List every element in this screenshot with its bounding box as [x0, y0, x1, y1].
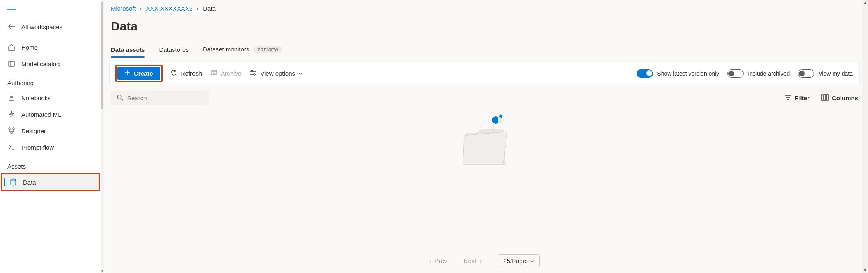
catalog-icon [7, 60, 16, 68]
sidebar-item-automated-ml[interactable]: Automated ML [0, 106, 101, 123]
view-options-button[interactable]: View options [250, 69, 302, 78]
sidebar-item-all-workspaces[interactable]: All workspaces [0, 19, 101, 35]
plus-icon [125, 70, 131, 77]
main-content: Microsoft › XXX-XXXXXXX6 › Data Data Dat… [101, 0, 868, 273]
svg-point-5 [11, 179, 16, 181]
chevron-right-icon: › [479, 257, 481, 264]
refresh-icon [170, 69, 177, 78]
data-icon [9, 178, 17, 186]
designer-icon [7, 127, 16, 135]
chevron-down-icon [530, 257, 534, 264]
sidebar-item-prompt-flow[interactable]: Prompt flow [0, 139, 101, 155]
prev-page-button[interactable]: ‹ Prev [429, 257, 447, 264]
sidebar-item-label: Model catalog [21, 60, 60, 67]
sidebar-item-label: Prompt flow [21, 144, 54, 151]
svg-point-9 [117, 95, 121, 99]
tabs: Data assets Datastores Dataset monitors … [101, 42, 868, 58]
sidebar-item-home[interactable]: Home [0, 39, 101, 56]
sidebar-item-notebooks[interactable]: Notebooks [0, 90, 101, 106]
search-icon [117, 94, 123, 102]
view-options-label: View options [260, 70, 295, 77]
toolbar: Create Refresh Archive View options [109, 62, 860, 85]
terminal-icon [7, 143, 16, 151]
empty-state [101, 107, 868, 250]
refresh-label: Refresh [181, 70, 202, 77]
svg-rect-10 [822, 95, 823, 100]
refresh-button[interactable]: Refresh [170, 69, 202, 78]
toggle-switch[interactable] [637, 69, 653, 78]
page-title: Data [101, 14, 868, 42]
sliders-icon [250, 69, 257, 78]
toggle-label: Include archived [748, 70, 790, 77]
tab-datastores[interactable]: Datastores [159, 43, 189, 57]
breadcrumb-workspace[interactable]: XXX-XXXXXXX6 [146, 5, 192, 12]
create-button[interactable]: Create [117, 67, 160, 80]
breadcrumb-current: Data [203, 5, 216, 12]
search-input-wrapper[interactable] [111, 91, 209, 105]
breadcrumb-root[interactable]: Microsoft [111, 5, 136, 12]
sidebar-item-label: Automated ML [21, 111, 62, 118]
archive-button: Archive [210, 69, 241, 78]
sidebar-item-data[interactable]: Data [1, 173, 100, 191]
sidebar-section-authoring: Authoring [0, 72, 101, 90]
sidebar-item-label: Designer [21, 127, 46, 134]
toggle-label: View my data [818, 70, 853, 77]
toggle-switch[interactable] [727, 69, 744, 78]
preview-badge: PREVIEW [254, 46, 283, 53]
archive-icon [210, 69, 218, 78]
tab-label: Dataset monitors [203, 46, 249, 53]
prev-label: Prev [435, 257, 447, 264]
arrow-left-icon [7, 23, 16, 31]
sidebar-item-designer[interactable]: Designer [0, 123, 101, 139]
search-filter-row: Filter Columns [101, 85, 868, 107]
pagination: ‹ Prev Next › 25/Page [101, 250, 868, 273]
search-input[interactable] [127, 95, 204, 102]
svg-rect-0 [9, 61, 14, 66]
sidebar-item-label: Notebooks [21, 95, 51, 102]
columns-label: Columns [832, 95, 858, 102]
filter-button[interactable]: Filter [785, 94, 810, 102]
lightning-icon [7, 110, 16, 118]
page-size-label: 25/Page [503, 257, 526, 264]
archive-label: Archive [221, 70, 241, 77]
chevron-right-icon: › [140, 5, 142, 12]
page-size-select[interactable]: 25/Page [498, 254, 540, 267]
sidebar-item-model-catalog[interactable]: Model catalog [0, 56, 101, 72]
toggle-label: Show latest version only [657, 70, 719, 77]
main-scrollbar[interactable]: ▲ ▼ [862, 0, 868, 273]
svg-point-7 [251, 70, 253, 72]
toggle-show-latest[interactable]: Show latest version only [637, 69, 719, 78]
sidebar: All workspaces Home Model catalog Author… [0, 0, 101, 273]
columns-button[interactable]: Columns [821, 94, 858, 102]
svg-point-2 [9, 128, 10, 130]
empty-folder-icon [454, 111, 515, 174]
tab-dataset-monitors[interactable]: Dataset monitors PREVIEW [203, 42, 282, 57]
toggle-switch[interactable] [798, 69, 814, 78]
create-button-label: Create [134, 70, 153, 77]
filter-icon [785, 94, 791, 102]
chevron-down-icon [298, 70, 302, 77]
breadcrumb: Microsoft › XXX-XXXXXXX6 › Data [101, 0, 868, 14]
next-label: Next [464, 257, 476, 264]
svg-rect-12 [827, 95, 828, 100]
svg-rect-15 [498, 118, 502, 123]
svg-rect-6 [211, 70, 217, 72]
svg-point-8 [254, 74, 255, 75]
sidebar-item-label: All workspaces [21, 23, 62, 30]
home-icon [7, 43, 16, 51]
svg-rect-11 [824, 95, 826, 100]
columns-icon [821, 94, 829, 102]
chevron-right-icon: › [197, 5, 199, 12]
chevron-left-icon: ‹ [429, 257, 431, 264]
svg-point-3 [13, 128, 14, 130]
next-page-button[interactable]: Next › [464, 257, 482, 264]
hamburger-menu[interactable] [0, 3, 101, 19]
filter-label: Filter [795, 95, 810, 102]
toggle-view-my-data[interactable]: View my data [798, 69, 853, 78]
sidebar-item-label: Home [21, 44, 38, 51]
sidebar-section-assets: Assets [0, 155, 101, 173]
toggle-include-archived[interactable]: Include archived [727, 69, 790, 78]
notebook-icon [7, 94, 16, 102]
svg-point-4 [11, 132, 12, 134]
tab-data-assets[interactable]: Data assets [111, 43, 145, 57]
